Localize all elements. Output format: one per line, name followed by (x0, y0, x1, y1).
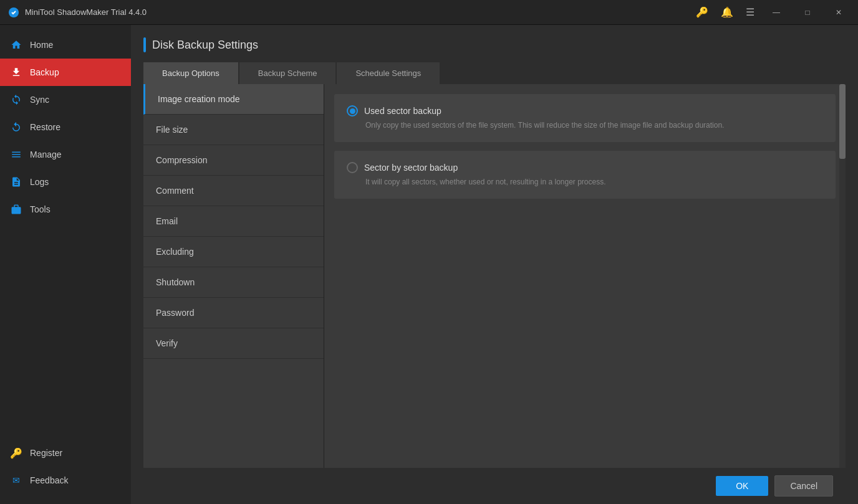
cancel-button[interactable]: Cancel (774, 475, 833, 497)
sidebar-label-register: Register (30, 448, 62, 458)
radio-desc-used-sector: Only copy the used sectors of the file s… (365, 120, 823, 131)
footer: OK Cancel (143, 468, 846, 504)
scrollbar-track (839, 84, 846, 468)
option-comment[interactable]: Comment (143, 176, 324, 206)
backup-icon (10, 66, 22, 78)
options-content: Used sector backup Only copy the used se… (324, 84, 846, 468)
option-shutdown[interactable]: Shutdown (143, 267, 324, 298)
content-area: Disk Backup Settings Backup Options Back… (131, 25, 858, 504)
sidebar-item-home[interactable]: Home (0, 31, 131, 59)
sidebar-label-home: Home (30, 40, 53, 50)
sidebar-label-sync: Sync (30, 95, 49, 105)
tab-backup-options[interactable]: Backup Options (143, 62, 238, 84)
key-icon[interactable]: 🔑 (691, 4, 713, 21)
manage-icon (10, 148, 22, 161)
sidebar-label-backup: Backup (30, 67, 59, 77)
menu-icon[interactable]: ☰ (741, 4, 759, 21)
restore-icon (10, 121, 22, 133)
logs-icon (10, 176, 22, 188)
option-file-size[interactable]: File size (143, 115, 324, 145)
minimize-button[interactable]: — (762, 0, 791, 25)
option-image-creation-mode[interactable]: Image creation mode (143, 84, 324, 115)
sidebar-item-manage[interactable]: Manage (0, 141, 131, 168)
radio-label-sector-by-sector: Sector by sector backup (364, 163, 458, 173)
sidebar-label-feedback: Feedback (30, 475, 68, 485)
page-title-accent (143, 37, 146, 52)
titlebar: MiniTool ShadowMaker Trial 4.4.0 🔑 🔔 ☰ —… (0, 0, 858, 25)
sync-icon (10, 93, 22, 106)
sidebar-label-logs: Logs (30, 177, 49, 187)
settings-panel: Image creation mode File size Compressio… (143, 84, 846, 468)
radio-label-used-sector: Used sector backup (364, 106, 441, 116)
radio-header-sector-by-sector: Sector by sector backup (347, 162, 823, 173)
sidebar-item-sync[interactable]: Sync (0, 86, 131, 113)
option-compression[interactable]: Compression (143, 145, 324, 176)
maximize-button[interactable]: □ (793, 0, 822, 25)
sidebar-label-restore: Restore (30, 122, 60, 132)
options-list: Image creation mode File size Compressio… (143, 84, 324, 468)
radio-card-sector-by-sector: Sector by sector backup It will copy all… (334, 151, 836, 199)
tab-backup-scheme[interactable]: Backup Scheme (239, 62, 336, 84)
titlebar-left: MiniTool ShadowMaker Trial 4.4.0 (7, 6, 147, 19)
app-logo-icon (7, 6, 20, 19)
radio-desc-sector-by-sector: It will copy all sectors, whether used o… (365, 177, 823, 188)
ok-button[interactable]: OK (716, 476, 768, 496)
radio-header-used-sector: Used sector backup (347, 105, 823, 116)
sidebar: Home Backup Sync Restore Manage (0, 25, 131, 504)
sidebar-item-tools[interactable]: Tools (0, 196, 131, 223)
option-password[interactable]: Password (143, 298, 324, 328)
sidebar-item-restore[interactable]: Restore (0, 113, 131, 141)
tabs-bar: Backup Options Backup Scheme Schedule Se… (143, 62, 846, 84)
option-email[interactable]: Email (143, 206, 324, 237)
sidebar-item-logs[interactable]: Logs (0, 168, 131, 196)
home-icon (10, 39, 22, 51)
sidebar-label-manage: Manage (30, 150, 62, 159)
sidebar-item-feedback[interactable]: ✉ Feedback (0, 467, 131, 494)
app-title: MiniTool ShadowMaker Trial 4.4.0 (25, 7, 147, 17)
register-icon: 🔑 (10, 447, 22, 459)
titlebar-controls: 🔑 🔔 ☰ — □ ✕ (691, 0, 853, 25)
sidebar-item-backup[interactable]: Backup (0, 59, 131, 86)
main-layout: Home Backup Sync Restore Manage (0, 25, 858, 504)
scrollbar-thumb[interactable] (839, 84, 846, 159)
page-title-area: Disk Backup Settings (143, 37, 846, 52)
option-verify[interactable]: Verify (143, 328, 324, 359)
option-excluding[interactable]: Excluding (143, 237, 324, 267)
close-button[interactable]: ✕ (824, 0, 853, 25)
tools-icon (10, 203, 22, 216)
feedback-icon: ✉ (10, 474, 22, 487)
sidebar-item-register[interactable]: 🔑 Register (0, 439, 131, 467)
page-title: Disk Backup Settings (152, 39, 258, 52)
radio-card-used-sector: Used sector backup Only copy the used se… (334, 94, 836, 142)
radio-sector-by-sector[interactable] (347, 162, 358, 173)
bell-icon[interactable]: 🔔 (716, 4, 738, 21)
tab-schedule-settings[interactable]: Schedule Settings (337, 62, 440, 84)
radio-used-sector[interactable] (347, 105, 358, 116)
sidebar-label-tools: Tools (30, 204, 51, 214)
